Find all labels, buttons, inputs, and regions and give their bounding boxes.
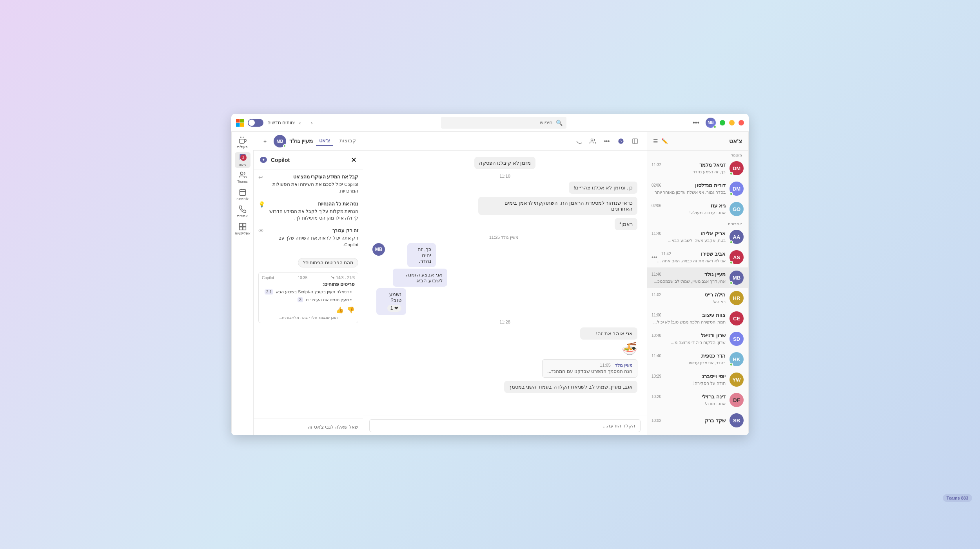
thumbs-down-button[interactable]: 👎 (347, 306, 355, 314)
chat-item-active[interactable]: MB מעיין גולד 11:40 אחי, דרך אגב מעיין, … (647, 267, 748, 288)
copilot-actions: 👎 👍 (262, 306, 355, 314)
new-chat-icon[interactable]: ✏️ (661, 138, 668, 144)
chat-avatar: CE (730, 311, 744, 325)
search-input[interactable] (445, 120, 553, 125)
chat-item[interactable]: AA אריק אליהו 11:40 בטח, אקבע משהו לשבוע… (647, 227, 748, 247)
more-options-button[interactable]: ••• (690, 118, 702, 127)
sidebar-item-apps[interactable]: אפליקציות (235, 221, 250, 237)
quoted-sender: מעיין גולד 11:05 (547, 363, 632, 368)
chat-avatar: HK (730, 352, 744, 366)
chat-info: יוסי וייסברג 10:29 תודה על הסקירה! (652, 373, 726, 386)
svg-rect-9 (633, 139, 637, 144)
copilot-message-card: 21/3 - 14/3 :ד' 10:35 Copilot פריטים פתו… (258, 272, 358, 323)
chat-item[interactable]: DM דורית מנדלסון 02/06 בסדר גמור. אני אש… (647, 178, 748, 199)
copilot-section-1: קבל את המידע העיקרי מהצ'אט Copilot יכול … (258, 174, 358, 195)
copilot-suggestion-button[interactable]: מהם הפריטים הפתוחים? (298, 258, 358, 267)
filter-icon[interactable]: ☰ (653, 138, 658, 144)
copilot-title: Copilot (271, 157, 290, 163)
sidebar-item-phone[interactable]: אחורית (235, 204, 250, 220)
back-button[interactable]: ‹ (307, 118, 317, 128)
teams-badge: 883 Teams (943, 494, 972, 502)
message-bubble: כן, ומזמן לא אכלנו צהריים! (569, 182, 637, 194)
nav-arrows: ‹ › (295, 118, 317, 128)
copilot-section-2: נסה את כל ההנחיות הנחיות מקלות עליך לקבל… (258, 201, 358, 222)
copilot-input-area (254, 418, 363, 435)
contact-avatar: MB (274, 135, 286, 147)
maximize-button[interactable] (720, 120, 725, 125)
toolbar-right: קבוצות צ'אט מעיין גולד MB + (260, 135, 359, 147)
title-bar-left: MB ••• (690, 118, 744, 128)
close-button[interactable] (739, 120, 744, 125)
chat-name: אביב שפירו (701, 251, 726, 257)
chat-list-title: צ'אט (729, 138, 742, 145)
quoted-message: מעיין גולד 11:05 הנה המסמך המפרט שבדקנו … (542, 359, 637, 378)
chat-item[interactable]: GO גיא עוז 02/06 אתה: עבודה מעולה! (647, 199, 748, 219)
icon-sidebar: פעילות 2 צ'אט Tea (231, 132, 253, 435)
chat-item[interactable]: AS אביב שפירו 11:42 אני לא ראה את זה כבנ… (647, 247, 748, 267)
chat-input[interactable] (369, 419, 641, 432)
copilot-section-title-3: זה רק עבורך (265, 228, 358, 233)
sidebar-item-teams[interactable]: Teams (235, 169, 250, 185)
search-input-wrap[interactable]: 🔍 (441, 117, 566, 129)
bullet-badge: 1 2 (265, 289, 273, 294)
sidebar-item-calendar[interactable]: לוח שנה (235, 187, 250, 202)
contact-name: מעיין גולד (289, 138, 313, 145)
svg-rect-6 (243, 224, 246, 227)
chat-item[interactable]: HR הילה רייס 11:02 רא הא! (647, 288, 748, 308)
app-window: MB ••• 🔍 ‹ › צוותים חדשים (231, 114, 749, 435)
copilot-body: קבל את המידע העיקרי מהצ'אט Copilot יכול … (254, 169, 363, 418)
chat-item[interactable]: DF דינה ברזילי 10:20 אתה: תודה! (647, 390, 748, 410)
people-button[interactable] (587, 136, 598, 147)
chat-name: דורית מנדלסון (695, 182, 726, 188)
copilot-bullet-1: • דניאלה תעיין בקובץ ה-Script בשבוע הבא … (262, 289, 355, 295)
copilot-input[interactable] (258, 424, 358, 430)
more-options-icon[interactable]: ••• (652, 254, 657, 260)
chat-badge: 2 (240, 155, 247, 161)
minimize-button[interactable] (729, 120, 735, 125)
message-row: כן, ומזמן לא אכלנו צהריים! (372, 182, 637, 194)
copilot-button[interactable] (615, 136, 626, 147)
online-dot (730, 261, 733, 264)
chat-preview: אחי, דרך אגב מעיין, שמתי לב שבמסמכ... (653, 279, 726, 284)
new-chats-toggle[interactable] (248, 119, 263, 127)
add-button[interactable]: + (260, 136, 270, 147)
chat-time: 02/06 (652, 183, 661, 187)
sidebar-item-activity[interactable]: פעילות (235, 135, 250, 151)
thumbs-up-button[interactable]: 👍 (336, 306, 344, 314)
sidebar-label-calendar: לוח שנה (236, 197, 249, 201)
sidebar-item-chat[interactable]: 2 צ'אט (235, 152, 250, 168)
chat-avatar: DF (730, 393, 744, 407)
time-group: 11:10 (372, 174, 637, 178)
online-status-dot (283, 144, 286, 147)
chat-item[interactable]: HK הדר כספית 11:40 בסדר, אני מבין עכשיו. (647, 349, 748, 369)
chat-item[interactable]: SD שרון ודניאל 10:48 שרון: הלקוח היה די … (647, 329, 748, 349)
chat-info: שקד ברק 10:02 (652, 418, 726, 424)
copilot-section-title-2: נסה את כל ההנחיות (267, 201, 358, 207)
chat-list-header: צ'אט ✏️ ☰ (647, 132, 748, 151)
chat-item[interactable]: DM דניאל מלמד 11:32 כך, זה נשמע נהדר (647, 158, 748, 178)
chat-info: אריק אליהו 11:40 בטח, אקבע משהו לשבוע הב… (652, 231, 726, 244)
schedule-button[interactable] (573, 136, 584, 147)
online-dot (730, 281, 733, 285)
more-options-button[interactable]: ••• (601, 136, 612, 147)
forward-button[interactable]: › (295, 118, 305, 128)
chat-item[interactable]: CE צוות עיצוב 11:00 תמר: הסקירה הלכה ממש… (647, 308, 748, 329)
expand-panel-button[interactable] (630, 136, 641, 147)
bullet-badge-2: 3 (298, 297, 303, 302)
tab-chat[interactable]: צ'אט (316, 136, 333, 146)
chat-item[interactable]: SB שקד ברק 10:02 (647, 410, 748, 431)
chat-info: דורית מנדלסון 02/06 בסדר גמור. אני אשלח … (652, 182, 726, 195)
chat-avatar: AS (730, 250, 744, 264)
online-dot (730, 172, 733, 175)
sidebar-label-activity: פעילות (237, 145, 248, 149)
online-indicator (713, 125, 716, 128)
sidebar-label-apps: אפליקציות (235, 231, 250, 235)
message-bubble: כך, זה יהיה נהדר. (407, 243, 436, 267)
chat-name: דניאל מלמד (699, 162, 726, 168)
tab-groups[interactable]: קבוצות (336, 136, 359, 146)
chat-item[interactable]: YW יוסי וייסברג 10:29 תודה על הסקירה! (647, 369, 748, 390)
chat-name: יוסי וייסברג (702, 373, 726, 379)
chat-name: הילה רייס (705, 292, 726, 298)
chat-name: שרון ודניאל (701, 333, 726, 338)
online-dot (730, 363, 733, 366)
